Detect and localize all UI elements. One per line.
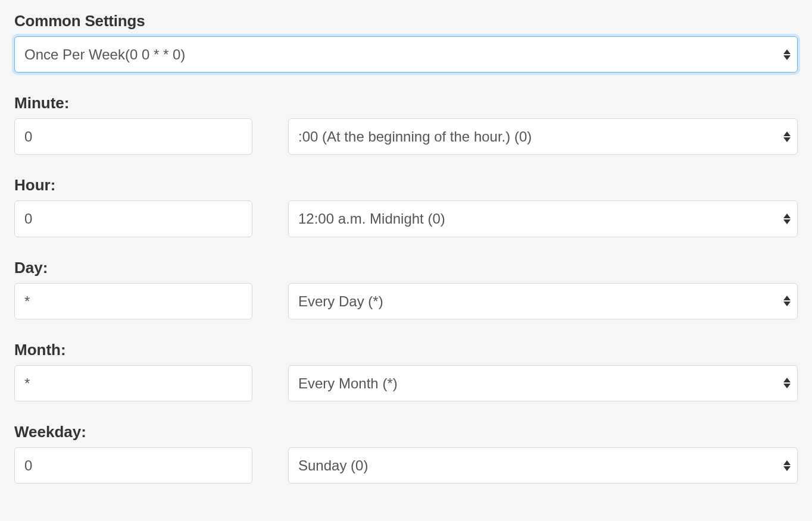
month-input[interactable] <box>14 365 252 401</box>
hour-select-wrap: 12:00 a.m. Midnight (0) <box>288 200 798 237</box>
minute-select[interactable]: :00 (At the beginning of the hour.) (0) <box>288 118 798 155</box>
day-select-wrap: Every Day (*) <box>288 283 798 319</box>
weekday-label: Weekday: <box>14 423 798 441</box>
hour-select[interactable]: 12:00 a.m. Midnight (0) <box>288 200 798 237</box>
hour-input[interactable] <box>14 200 252 237</box>
common-settings-select[interactable]: Once Per Week(0 0 * * 0) <box>14 36 798 73</box>
hour-label: Hour: <box>14 176 798 194</box>
day-input[interactable] <box>14 283 252 319</box>
month-select-wrap: Every Month (*) <box>288 365 798 401</box>
minute-label: Minute: <box>14 94 798 112</box>
weekday-select[interactable]: Sunday (0) <box>288 447 798 484</box>
minute-select-wrap: :00 (At the beginning of the hour.) (0) <box>288 118 798 155</box>
month-select[interactable]: Every Month (*) <box>288 365 798 401</box>
common-settings-label: Common Settings <box>14 12 798 30</box>
weekday-select-wrap: Sunday (0) <box>288 447 798 484</box>
common-settings-select-wrap: Once Per Week(0 0 * * 0) <box>14 36 798 73</box>
month-label: Month: <box>14 341 798 359</box>
weekday-input[interactable] <box>14 447 252 484</box>
day-label: Day: <box>14 259 798 277</box>
minute-input[interactable] <box>14 118 252 155</box>
day-select[interactable]: Every Day (*) <box>288 283 798 319</box>
